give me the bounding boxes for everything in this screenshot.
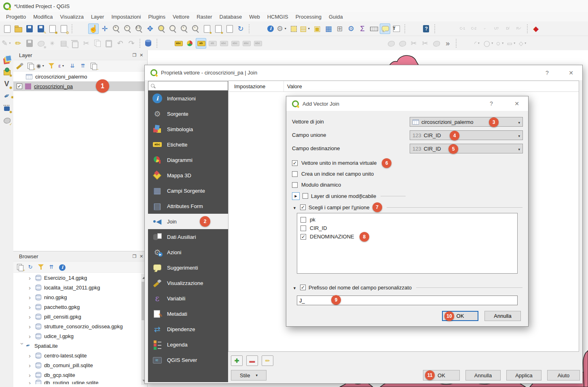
editable-join-layer-checkbox[interactable] xyxy=(302,193,308,199)
add-regular-polygon-icon[interactable]: ◇ xyxy=(518,38,529,49)
move-label-icon[interactable]: abc xyxy=(230,38,240,49)
cad-d-icon[interactable]: D/ xyxy=(502,23,513,34)
refresh-icon[interactable]: ↻ xyxy=(235,23,246,34)
pan-to-selection-icon[interactable]: ✛ xyxy=(99,23,110,34)
add-circle-icon[interactable]: ◯ xyxy=(484,38,495,49)
float-panel-icon[interactable] xyxy=(131,52,138,58)
dynamic-form-checkbox[interactable]: Modulo dinamico xyxy=(292,179,522,190)
plugin-icon[interactable]: ◆ xyxy=(531,23,541,34)
statistics-icon[interactable]: ⊞ xyxy=(334,23,345,34)
checkbox-icon[interactable] xyxy=(292,182,298,188)
remove-join-button[interactable]: ▬ xyxy=(246,355,258,366)
checkbox-icon[interactable] xyxy=(292,160,298,166)
show-hide-labels-icon[interactable]: abc xyxy=(218,38,229,49)
dialog-help-icon[interactable] xyxy=(541,68,553,78)
toolbar-separator[interactable] xyxy=(434,24,435,33)
new-print-layout-icon[interactable]: ✱ xyxy=(47,23,57,34)
close-panel-icon[interactable] xyxy=(138,253,145,259)
browser-item[interactable]: db_gcp.sqlite xyxy=(13,370,147,380)
collapse-all-icon[interactable]: ⇈ xyxy=(78,61,88,70)
toolbar-overflow-icon[interactable]: » xyxy=(442,38,453,49)
cad-c1-icon[interactable]: C-1 xyxy=(457,23,467,34)
bookmark-icon[interactable] xyxy=(224,23,235,34)
cad-corner-icon[interactable]: ⌐ xyxy=(480,23,490,34)
menu-item[interactable]: Modifica xyxy=(30,13,56,21)
browser-properties-icon[interactable] xyxy=(57,262,67,272)
checkbox-icon[interactable] xyxy=(292,171,298,177)
browser-item[interactable]: pacchetto.gpkg xyxy=(13,302,147,312)
sidebar-item-simbologia[interactable]: Simbologia xyxy=(148,121,228,137)
toolbar-separator[interactable] xyxy=(157,39,157,48)
filter-browser-icon[interactable] xyxy=(36,262,46,272)
filter-expression-icon[interactable]: ε xyxy=(57,61,67,70)
menu-item[interactable]: Processing xyxy=(292,13,325,21)
browser-item[interactable]: db_routing_udine.sqlite xyxy=(13,380,147,384)
add-polygon-feature-icon[interactable]: ✱ xyxy=(36,38,46,49)
add-group-icon[interactable]: + xyxy=(25,61,35,70)
expand-all-icon[interactable]: ⇊ xyxy=(68,61,77,70)
browser-item[interactable]: centro-latest.sqlite xyxy=(13,351,147,360)
custom-prefix-checkbox[interactable] xyxy=(300,285,306,290)
manage-map-themes-icon[interactable]: ◉ xyxy=(36,61,46,70)
custom-prefix-group[interactable]: Prefisso del nome del campo personalizza… xyxy=(292,282,522,293)
sidebar-item-mappa-3d[interactable]: Mappa 3D xyxy=(148,168,228,183)
filter-legend-icon[interactable] xyxy=(47,61,56,70)
processing-toolbox-icon[interactable]: ⚙ xyxy=(346,23,356,34)
menu-item[interactable]: Impostazioni xyxy=(108,13,144,21)
sidebar-item-attributes-form[interactable]: Attributes Form xyxy=(148,198,228,214)
chevron-expander-icon[interactable] xyxy=(29,304,35,310)
zoom-to-layer-icon[interactable] xyxy=(167,23,178,34)
chevron-expander-icon[interactable] xyxy=(29,323,35,330)
cancel-button[interactable]: Annulla xyxy=(465,370,501,381)
search-input[interactable] xyxy=(157,83,226,89)
save-project-as-icon[interactable]: ✎ xyxy=(36,23,46,34)
add-join-button[interactable]: ✚ xyxy=(231,355,243,366)
delete-selected-icon[interactable] xyxy=(70,38,80,49)
sum-features-icon[interactable]: Σ xyxy=(357,23,368,34)
create-index-checkbox[interactable]: Crea un indice nel campo unito xyxy=(292,168,522,179)
zoom-to-selection-icon[interactable] xyxy=(156,23,167,34)
db-manager-icon[interactable] xyxy=(143,38,154,49)
target-field-combo[interactable]: 123 CIR_ID 5 xyxy=(410,144,523,153)
undo-icon[interactable]: ↶ xyxy=(115,38,125,49)
apply-button[interactable]: Applica xyxy=(506,370,541,381)
join-field-combo[interactable]: 123 CIR_ID 4 xyxy=(410,130,523,140)
sidebar-item-etichette[interactable]: Etichette xyxy=(148,137,228,152)
add-rectangle-icon[interactable]: ▭ xyxy=(507,38,517,49)
feature-action-icon[interactable]: ⚙ xyxy=(277,23,288,34)
cache-virtual-layer-checkbox[interactable]: Vettore unito in memoria virtuale 6 xyxy=(292,157,522,168)
select-by-form-icon[interactable]: ▤ xyxy=(300,23,311,34)
chevron-expander-icon[interactable] xyxy=(29,285,35,291)
close-panel-icon[interactable] xyxy=(138,52,145,58)
current-edits-icon[interactable]: ✎ xyxy=(2,38,12,49)
sidebar-item-legenda[interactable]: Legenda xyxy=(148,337,228,352)
browser-item[interactable]: db_comuni_pill.sqlite xyxy=(13,360,147,370)
toolbar-separator[interactable] xyxy=(404,24,405,33)
sidebar-item-campi-sorgente[interactable]: Campi Sorgente xyxy=(148,183,228,198)
join-layer-combo[interactable]: circoscrizioni_palermo 3 xyxy=(410,117,523,127)
help-button[interactable]: Aiuto xyxy=(547,370,580,381)
new-shapefile-layer-icon[interactable]: V ✱ xyxy=(2,79,12,89)
zoom-out-icon[interactable]: − xyxy=(122,23,133,34)
field-cir-id-checkbox[interactable]: CIR_ID xyxy=(300,224,514,232)
toolbar-separator[interactable] xyxy=(72,24,72,33)
new-temporary-scratch-layer-icon[interactable]: ✱ xyxy=(2,103,12,113)
edit-join-button[interactable]: ✏ xyxy=(262,355,273,366)
menu-item[interactable]: Guida xyxy=(325,13,347,21)
redo-icon[interactable]: ↷ xyxy=(126,38,137,49)
menu-item[interactable]: Vettore xyxy=(169,13,193,21)
pan-map-icon[interactable]: ☝ xyxy=(88,23,99,34)
map-tips-icon[interactable] xyxy=(380,23,390,34)
chevron-expander-icon[interactable] xyxy=(29,333,35,339)
browser-item[interactable]: localita_istat_2011.gpkg xyxy=(13,283,147,292)
browser-item[interactable]: pill_censiti.gpkg xyxy=(13,312,147,321)
chevron-expander-icon[interactable] xyxy=(29,314,35,320)
editable-join-layer-group[interactable]: Layer di unione modificabile xyxy=(292,190,522,202)
sidebar-item-sorgente[interactable]: Sorgente xyxy=(148,106,228,121)
toolbar-separator[interactable] xyxy=(140,39,140,48)
menu-item[interactable]: Visualizza xyxy=(57,13,87,21)
reshape-features-icon[interactable] xyxy=(386,38,396,49)
layer-row[interactable]: circoscrizioni_pa 1 xyxy=(13,81,147,91)
split-parts-icon[interactable]: ✂ xyxy=(420,38,430,49)
style-menu-button[interactable]: Stile xyxy=(231,370,267,381)
